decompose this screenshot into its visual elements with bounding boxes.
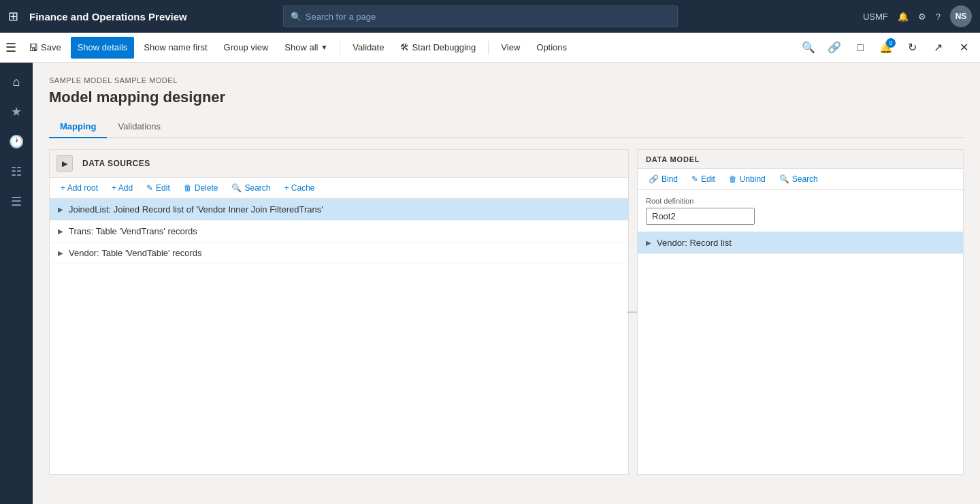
breadcrumb: SAMPLE MODEL SAMPLE MODEL — [49, 76, 964, 84]
user-label[interactable]: USMF — [863, 12, 888, 22]
save-icon: 🖫 — [29, 42, 38, 53]
show-details-button[interactable]: Show details — [71, 37, 135, 59]
sidebar-item-favorites[interactable]: ★ — [3, 98, 30, 125]
separator-2 — [488, 41, 489, 54]
edit-dm-button[interactable]: ✎ Edit — [687, 173, 719, 185]
list-item[interactable]: ▶ Trans: Table 'VendTrans' records — [50, 221, 628, 242]
search-ds-icon: 🔍 — [231, 183, 242, 193]
list-item[interactable]: ▶ Vendor: Table 'VendTable' records — [50, 242, 628, 264]
search-input[interactable] — [306, 12, 670, 22]
ds-toolbar: + Add root + Add ✎ Edit 🗑 Delete 🔍 Searc… — [50, 178, 628, 199]
tab-mapping[interactable]: Mapping — [49, 117, 107, 138]
debug-icon: 🛠 — [400, 42, 409, 52]
toggle-panel-button[interactable]: ▶ — [56, 155, 73, 172]
list-item[interactable]: ▶ JoinedList: Joined Record list of 'Ven… — [50, 199, 628, 221]
search-dm-button[interactable]: 🔍 Search — [775, 173, 822, 185]
top-navigation: ⊞ Finance and Operations Preview 🔍 USMF … — [0, 0, 980, 33]
edit-icon: ✎ — [146, 183, 153, 193]
search-toolbar-icon[interactable]: 🔍 — [798, 37, 819, 59]
sidebar-item-modules[interactable]: ☰ — [3, 188, 30, 215]
unbind-icon: 🗑 — [729, 174, 737, 184]
edit-ds-button[interactable]: ✎ Edit — [142, 182, 174, 194]
split-panel: ▶ DATA SOURCES + Add root + Add ✎ Edit 🗑… — [49, 149, 964, 475]
panel-divider[interactable]: | — [629, 149, 637, 475]
notification-icon[interactable]: 🔔 — [898, 12, 909, 22]
show-name-first-button[interactable]: Show name first — [137, 37, 214, 59]
delete-ds-button[interactable]: 🗑 Delete — [180, 182, 223, 194]
sidebar: ⌂ ★ 🕐 ☷ ☰ — [0, 63, 33, 504]
action-toolbar: ☰ 🖫 Save Show details Show name first Gr… — [0, 33, 980, 63]
add-button[interactable]: + Add — [108, 182, 137, 194]
separator-1 — [340, 41, 340, 54]
group-view-button[interactable]: Group view — [217, 37, 276, 59]
list-item[interactable]: ▶ Vendor: Record list — [638, 232, 963, 254]
dm-section-title: DATA MODEL — [646, 155, 700, 163]
badge-icon[interactable]: 🔔 0 — [875, 37, 897, 59]
search-icon: 🔍 — [291, 12, 301, 22]
top-nav-right: USMF 🔔 ⚙ ? NS — [863, 5, 972, 27]
close-icon[interactable]: ✕ — [953, 37, 975, 59]
view-button[interactable]: View — [494, 37, 527, 59]
edit-dm-icon: ✎ — [691, 174, 698, 184]
unbind-button[interactable]: 🗑 Unbind — [725, 173, 770, 185]
refresh-icon[interactable]: ↻ — [901, 37, 923, 59]
grid-icon[interactable]: ⊞ — [8, 9, 18, 24]
bind-button[interactable]: 🔗 Bind — [644, 173, 682, 185]
add-root-button[interactable]: + Add root — [56, 182, 102, 194]
hamburger-icon[interactable]: ☰ — [5, 40, 16, 55]
chevron-right-icon: ▶ — [58, 249, 63, 257]
delete-icon: 🗑 — [184, 183, 192, 193]
start-debugging-button[interactable]: 🛠 Start Debugging — [393, 37, 483, 59]
main-content: SAMPLE MODEL SAMPLE MODEL Model mapping … — [33, 63, 980, 504]
dm-header: DATA MODEL — [638, 150, 963, 169]
ds-list: ▶ JoinedList: Joined Record list of 'Ven… — [50, 199, 628, 474]
ds-section-title: DATA SOURCES — [82, 159, 150, 168]
root-definition-label: Root definition — [646, 197, 955, 205]
root-definition-section: Root definition Root2 — [638, 190, 963, 232]
tab-bar: Mapping Validations — [49, 117, 964, 138]
dm-toolbar: 🔗 Bind ✎ Edit 🗑 Unbind 🔍 Search — [638, 169, 963, 190]
search-dm-icon: 🔍 — [779, 174, 789, 184]
chevron-right-icon: ▶ — [58, 206, 63, 213]
bind-icon: 🔗 — [649, 174, 659, 184]
chevron-right-icon: ▶ — [58, 227, 63, 235]
avatar[interactable]: NS — [950, 5, 972, 27]
options-button[interactable]: Options — [529, 37, 574, 59]
root-definition-value: Root2 — [646, 208, 755, 225]
dm-list: ▶ Vendor: Record list — [638, 232, 963, 474]
link-icon[interactable]: 🔗 — [823, 37, 845, 59]
sidebar-item-home[interactable]: ⌂ — [3, 68, 30, 95]
data-model-panel: DATA MODEL 🔗 Bind ✎ Edit 🗑 Unbind — [637, 149, 964, 475]
data-sources-panel: ▶ DATA SOURCES + Add root + Add ✎ Edit 🗑… — [49, 149, 629, 475]
ds-header: ▶ DATA SOURCES — [50, 150, 628, 178]
main-layout: ⌂ ★ 🕐 ☷ ☰ SAMPLE MODEL SAMPLE MODEL Mode… — [0, 63, 980, 504]
show-all-button[interactable]: Show all ▼ — [278, 37, 334, 59]
chevron-right-icon: ▶ — [646, 239, 651, 247]
expand-view-icon[interactable]: □ — [849, 37, 871, 59]
cache-button[interactable]: + Cache — [280, 182, 318, 194]
page-title: Model mapping designer — [49, 89, 964, 106]
search-ds-button[interactable]: 🔍 Search — [227, 182, 274, 194]
sidebar-item-recent[interactable]: 🕐 — [3, 128, 30, 155]
app-title: Finance and Operations Preview — [29, 11, 187, 22]
save-button[interactable]: 🖫 Save — [22, 37, 68, 59]
chevron-down-icon: ▼ — [321, 44, 327, 51]
validate-button[interactable]: Validate — [346, 37, 391, 59]
settings-icon[interactable]: ⚙ — [918, 12, 926, 22]
open-in-new-icon[interactable]: ↗ — [927, 37, 949, 59]
help-icon[interactable]: ? — [936, 12, 941, 22]
global-search-box[interactable]: 🔍 — [283, 5, 678, 27]
sidebar-item-workspaces[interactable]: ☷ — [3, 158, 30, 185]
tab-validations[interactable]: Validations — [107, 117, 172, 138]
